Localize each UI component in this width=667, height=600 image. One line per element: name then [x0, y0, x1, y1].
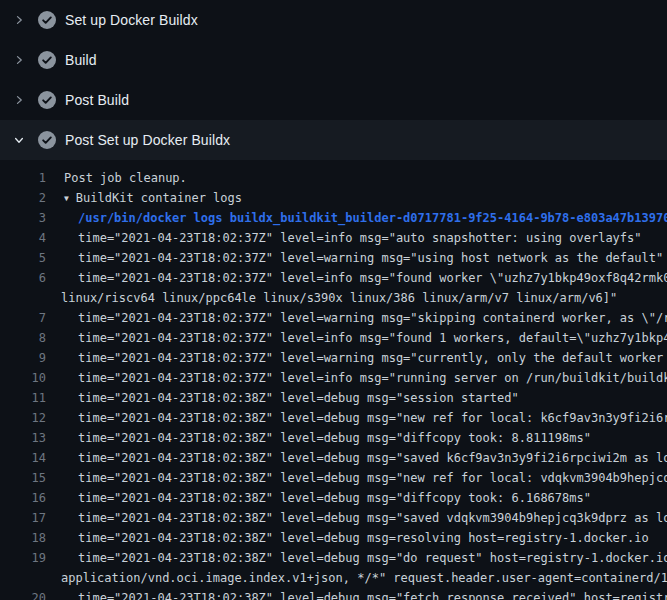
- step-row-set-up-docker-buildx[interactable]: Set up Docker Buildx: [0, 0, 667, 40]
- log-line-number[interactable]: 12: [0, 408, 46, 428]
- workflow-steps-list: Set up Docker BuildxBuildPost BuildPost …: [0, 0, 667, 160]
- log-line-number[interactable]: 14: [0, 448, 46, 468]
- check-circle-icon: [38, 51, 56, 69]
- log-line-number[interactable]: 20: [0, 588, 46, 600]
- chevron-right-icon: [12, 14, 26, 26]
- log-line-number[interactable]: 6: [0, 268, 46, 288]
- chevron-right-icon: [12, 94, 26, 106]
- log-line-text: time="2021-04-23T18:02:37Z" level=info m…: [46, 228, 642, 248]
- log-line-number[interactable]: 13: [0, 428, 46, 448]
- log-line-text: time="2021-04-23T18:02:38Z" level=debug …: [46, 428, 591, 448]
- log-line: 14time="2021-04-23T18:02:38Z" level=debu…: [0, 448, 667, 468]
- log-line: 13time="2021-04-23T18:02:38Z" level=debu…: [0, 428, 667, 448]
- log-line: 17time="2021-04-23T18:02:38Z" level=debu…: [0, 508, 667, 528]
- step-label: Build: [65, 52, 97, 68]
- log-line-number[interactable]: 2: [0, 188, 46, 208]
- log-group-header[interactable]: 2▼BuildKit container logs: [0, 188, 667, 208]
- log-viewer: 1Post job cleanup.2▼BuildKit container l…: [0, 160, 667, 600]
- log-line-text: time="2021-04-23T18:02:38Z" level=debug …: [46, 468, 667, 488]
- log-line-number: [0, 568, 46, 588]
- log-line-number[interactable]: 11: [0, 388, 46, 408]
- log-line: 16time="2021-04-23T18:02:38Z" level=debu…: [0, 488, 667, 508]
- log-line-number[interactable]: 5: [0, 248, 46, 268]
- log-line-number[interactable]: 15: [0, 468, 46, 488]
- log-line-text: time="2021-04-23T18:02:37Z" level=info m…: [46, 328, 667, 348]
- step-label: Set up Docker Buildx: [65, 12, 198, 28]
- chevron-down-icon: [12, 134, 26, 146]
- log-command-line: 3/usr/bin/docker logs buildx_buildkit_bu…: [0, 208, 667, 228]
- log-line-text: ▼BuildKit container logs: [46, 188, 242, 208]
- step-row-post-set-up-docker-buildx[interactable]: Post Set up Docker Buildx: [0, 120, 667, 160]
- log-line: 7time="2021-04-23T18:02:37Z" level=warni…: [0, 308, 667, 328]
- log-line-continuation: application/vnd.oci.image.index.v1+json,…: [0, 568, 667, 588]
- log-line-number[interactable]: 17: [0, 508, 46, 528]
- log-line-text: time="2021-04-23T18:02:38Z" level=debug …: [46, 488, 591, 508]
- log-line-continuation: linux/riscv64 linux/ppc64le linux/s390x …: [0, 288, 667, 308]
- log-line-number[interactable]: 16: [0, 488, 46, 508]
- log-line-number[interactable]: 19: [0, 548, 46, 568]
- log-line-text: time="2021-04-23T18:02:38Z" level=debug …: [46, 448, 667, 468]
- log-group-title: BuildKit container logs: [76, 191, 242, 205]
- log-line-text: time="2021-04-23T18:02:38Z" level=debug …: [46, 548, 667, 568]
- log-line-number[interactable]: 7: [0, 308, 46, 328]
- log-line-text: time="2021-04-23T18:02:37Z" level=info m…: [46, 368, 667, 388]
- log-line-text: time="2021-04-23T18:02:37Z" level=warnin…: [46, 308, 667, 328]
- log-line: 1Post job cleanup.: [0, 168, 667, 188]
- log-line: 11time="2021-04-23T18:02:38Z" level=debu…: [0, 388, 667, 408]
- triangle-down-icon: ▼: [64, 189, 69, 209]
- log-line: 6time="2021-04-23T18:02:37Z" level=info …: [0, 268, 667, 288]
- log-line-text: Post job cleanup.: [46, 168, 187, 188]
- log-line-text: time="2021-04-23T18:02:38Z" level=debug …: [46, 588, 667, 600]
- log-line-text: application/vnd.oci.image.index.v1+json,…: [46, 568, 667, 588]
- log-line-number: [0, 288, 46, 308]
- log-line-text: time="2021-04-23T18:02:38Z" level=debug …: [46, 528, 649, 548]
- check-circle-icon: [38, 131, 56, 149]
- check-circle-icon: [38, 11, 56, 29]
- step-row-post-build[interactable]: Post Build: [0, 80, 667, 120]
- log-line-text: linux/riscv64 linux/ppc64le linux/s390x …: [46, 288, 617, 308]
- log-line-text: time="2021-04-23T18:02:37Z" level=warnin…: [46, 248, 663, 268]
- log-line: 8time="2021-04-23T18:02:37Z" level=info …: [0, 328, 667, 348]
- log-line: 9time="2021-04-23T18:02:37Z" level=warni…: [0, 348, 667, 368]
- log-line-number[interactable]: 18: [0, 528, 46, 548]
- log-line: 10time="2021-04-23T18:02:37Z" level=info…: [0, 368, 667, 388]
- log-line-number[interactable]: 10: [0, 368, 46, 388]
- log-line: 20time="2021-04-23T18:02:38Z" level=debu…: [0, 588, 667, 600]
- log-line-text: time="2021-04-23T18:02:37Z" level=info m…: [46, 268, 667, 288]
- log-line: 4time="2021-04-23T18:02:37Z" level=info …: [0, 228, 667, 248]
- log-line-text: time="2021-04-23T18:02:38Z" level=debug …: [46, 388, 519, 408]
- log-line: 15time="2021-04-23T18:02:38Z" level=debu…: [0, 468, 667, 488]
- log-line-number[interactable]: 1: [0, 168, 46, 188]
- log-line-number[interactable]: 4: [0, 228, 46, 248]
- step-label: Post Build: [65, 92, 129, 108]
- log-line: 19time="2021-04-23T18:02:38Z" level=debu…: [0, 548, 667, 568]
- log-line-text: time="2021-04-23T18:02:38Z" level=debug …: [46, 508, 667, 528]
- log-line: 5time="2021-04-23T18:02:37Z" level=warni…: [0, 248, 667, 268]
- log-line: 18time="2021-04-23T18:02:38Z" level=debu…: [0, 528, 667, 548]
- check-circle-icon: [38, 91, 56, 109]
- log-line: 12time="2021-04-23T18:02:38Z" level=debu…: [0, 408, 667, 428]
- step-row-build[interactable]: Build: [0, 40, 667, 80]
- log-line-number[interactable]: 9: [0, 348, 46, 368]
- step-label: Post Set up Docker Buildx: [65, 132, 230, 148]
- log-line-text: time="2021-04-23T18:02:38Z" level=debug …: [46, 408, 667, 428]
- log-line-number[interactable]: 8: [0, 328, 46, 348]
- log-line-number[interactable]: 3: [0, 208, 46, 228]
- chevron-right-icon: [12, 54, 26, 66]
- log-line-text: /usr/bin/docker logs buildx_buildkit_bui…: [46, 208, 667, 228]
- log-line-text: time="2021-04-23T18:02:37Z" level=warnin…: [46, 348, 667, 368]
